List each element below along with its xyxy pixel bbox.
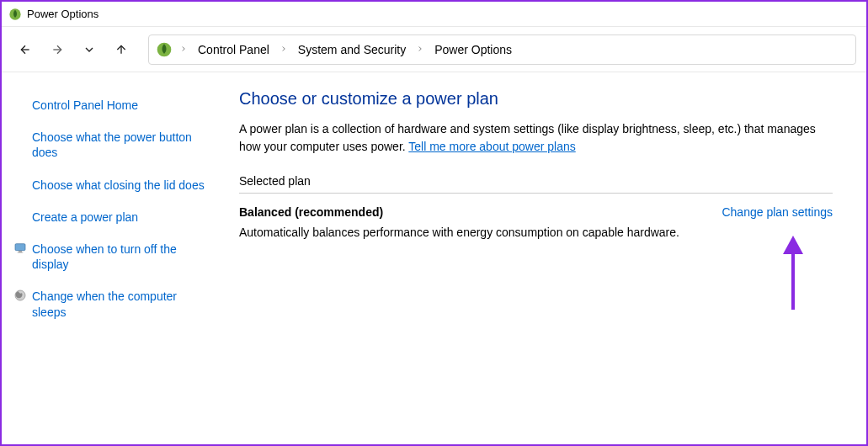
content-area: Control Panel Home Choose what the power… [2, 72, 866, 444]
page-description: A power plan is a collection of hardware… [239, 120, 833, 156]
main-panel: Choose or customize a power plan A power… [222, 72, 866, 444]
control-panel-icon [156, 41, 173, 58]
sidebar-control-panel-home[interactable]: Control Panel Home [12, 89, 207, 121]
section-header: Selected plan [239, 174, 833, 194]
svg-rect-2 [15, 244, 25, 251]
svg-rect-3 [19, 251, 22, 252]
up-button[interactable] [108, 36, 135, 63]
back-button[interactable] [12, 36, 39, 63]
plan-name: Balanced (recommended) [239, 205, 679, 219]
sidebar-turn-off-display[interactable]: Choose when to turn off the display [12, 233, 207, 280]
plan-description: Automatically balances performance with … [239, 224, 679, 242]
breadcrumb-system-security[interactable]: System and Security [295, 41, 409, 58]
sidebar-create-plan[interactable]: Create a power plan [12, 201, 207, 233]
sidebar: Control Panel Home Choose what the power… [2, 72, 222, 444]
sidebar-power-button[interactable]: Choose what the power button does [12, 121, 207, 168]
window-title: Power Options [27, 8, 99, 20]
selected-plan-section: Selected plan Balanced (recommended) Aut… [239, 174, 833, 242]
power-options-icon [8, 8, 22, 21]
address-bar[interactable]: Control Panel System and Security Power … [148, 35, 856, 65]
display-icon [13, 242, 27, 255]
plan-row: Balanced (recommended) Automatically bal… [239, 205, 833, 242]
sidebar-computer-sleeps[interactable]: Change when the computer sleeps [12, 280, 207, 327]
learn-more-link[interactable]: Tell me more about power plans [408, 140, 575, 153]
breadcrumb-control-panel[interactable]: Control Panel [194, 41, 273, 58]
page-heading: Choose or customize a power plan [239, 89, 833, 109]
window-titlebar: Power Options [2, 2, 866, 27]
chevron-right-icon[interactable] [278, 44, 290, 56]
sidebar-closing-lid[interactable]: Choose what closing the lid does [12, 169, 207, 201]
recent-locations-button[interactable] [76, 36, 103, 63]
sleep-icon [13, 289, 27, 302]
chevron-right-icon[interactable] [178, 44, 189, 56]
breadcrumb-power-options[interactable]: Power Options [431, 41, 515, 58]
nav-toolbar: Control Panel System and Security Power … [2, 27, 866, 72]
chevron-right-icon[interactable] [414, 44, 426, 56]
change-plan-settings-link[interactable]: Change plan settings [722, 205, 833, 219]
forward-button[interactable] [44, 36, 71, 63]
svg-rect-4 [18, 252, 24, 253]
